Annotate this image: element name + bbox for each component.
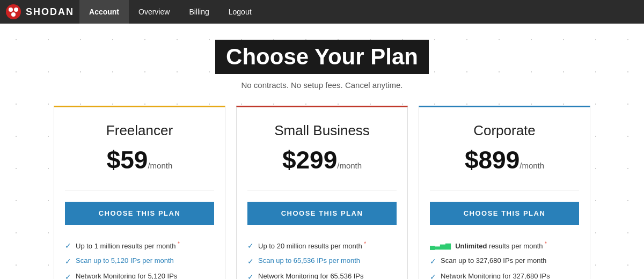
plan-smallbiz-price: $299/month [247,145,397,174]
plan-corporate-price: $899/month [430,145,579,174]
feature-freelancer-scan: ✓ Scan up to 5,120 IPs per month [65,253,214,269]
plan-corporate-divider [430,190,579,191]
feature-corporate-monitoring-text: Network Monitoring for 327,680 IPs [441,272,550,279]
smallbiz-choose-button[interactable]: CHOOSE THIS PLAN [247,202,397,225]
check-icon-6: ✓ [247,273,254,279]
feature-smallbiz-results-text: Up to 20 million results per month * [258,241,366,250]
svg-point-3 [11,12,16,17]
feature-corporate-scan-text: Scan up to 327,680 IPs per month [441,256,546,265]
feature-freelancer-scan-text: Scan up to 5,120 IPs per month [76,256,174,265]
page-title-area: Choose Your Plan No contracts. No setup … [0,40,644,90]
plan-freelancer-period: /month [148,161,172,170]
feature-smallbiz-results: ✓ Up to 20 million results per month * [247,238,397,253]
svg-point-0 [6,4,21,19]
feature-corporate-results: ▄▃▅▆ Unlimited results per month * [430,238,579,253]
plan-freelancer-header: Freelancer $59/month [54,107,225,185]
check-icon-2: ✓ [65,257,71,266]
feature-smallbiz-monitoring-text: Network Monitoring for 65,536 IPs [258,272,364,279]
feature-freelancer-monitoring-text: Network Monitoring for 5,120 IPs [76,272,177,279]
plan-card-corporate: Corporate $899/month CHOOSE THIS PLAN ▄▃… [419,106,590,279]
feature-corporate-monitoring: ✓ Network Monitoring for 327,680 IPs [430,269,579,279]
navbar: SHODAN Account Overview Billing Logout [0,0,644,24]
feature-corporate-scan: ✓ Scan up to 327,680 IPs per month [430,253,579,269]
shodan-logo-icon [5,4,21,20]
check-icon-1: ✓ [65,241,71,250]
check-icon-8: ✓ [430,273,436,279]
plan-smallbiz-amount: $299 [282,146,337,174]
plan-freelancer-price: $59/month [65,145,214,174]
feature-smallbiz-scan: ✓ Scan up to 65,536 IPs per month [247,253,397,269]
brand-name: SHODAN [26,6,74,18]
nav-logout[interactable]: Logout [219,0,261,24]
plans-container: Freelancer $59/month CHOOSE THIS PLAN ✓ … [27,95,617,279]
page-subtitle: No contracts. No setup fees. Cancel anyt… [0,80,644,90]
feature-smallbiz-scan-text: Scan up to 65,536 IPs per month [258,256,360,265]
plan-freelancer-cta-area: CHOOSE THIS PLAN [54,196,225,233]
plan-corporate-name: Corporate [430,122,579,139]
plan-card-freelancer: Freelancer $59/month CHOOSE THIS PLAN ✓ … [54,106,225,279]
nav-overview[interactable]: Overview [129,0,179,24]
feature-smallbiz-monitoring: ✓ Network Monitoring for 65,536 IPs [247,269,397,279]
check-icon-3: ✓ [65,273,71,279]
freelancer-choose-button[interactable]: CHOOSE THIS PLAN [65,202,214,225]
nav-links: Account Overview Billing Logout [79,0,261,24]
plan-freelancer-name: Freelancer [65,122,214,139]
plan-freelancer-features: ✓ Up to 1 million results per month * ✓ … [54,233,225,279]
plan-card-small-business: Small Business $299/month CHOOSE THIS PL… [236,106,408,279]
freelancer-scan-link[interactable]: Scan up to 5,120 IPs per month [76,256,174,265]
svg-point-1 [9,8,13,12]
corporate-choose-button[interactable]: CHOOSE THIS PLAN [430,202,579,225]
bar-chart-icon: ▄▃▅▆ [430,241,451,249]
plan-corporate-cta-area: CHOOSE THIS PLAN [419,196,590,233]
feature-freelancer-results: ✓ Up to 1 million results per month * [65,238,214,253]
plan-freelancer-divider [65,190,214,191]
plan-corporate-header: Corporate $899/month [419,107,590,185]
smallbiz-scan-link[interactable]: Scan up to 65,536 IPs per month [258,256,360,265]
plan-smallbiz-name: Small Business [247,122,397,139]
plan-corporate-features: ▄▃▅▆ Unlimited results per month * ✓ Sca… [419,233,590,279]
plan-corporate-period: /month [519,161,544,170]
page-title: Choose Your Plan [215,40,429,74]
feature-freelancer-monitoring: ✓ Network Monitoring for 5,120 IPs [65,269,214,279]
plan-smallbiz-features: ✓ Up to 20 million results per month * ✓… [237,233,407,279]
check-icon-7: ✓ [430,257,436,266]
feature-freelancer-results-text: Up to 1 million results per month * [76,241,180,250]
plan-freelancer-amount: $59 [107,146,148,174]
check-icon-4: ✓ [247,241,254,250]
plan-corporate-amount: $899 [465,146,519,174]
plan-smallbiz-header: Small Business $299/month [237,107,407,185]
plan-smallbiz-cta-area: CHOOSE THIS PLAN [237,196,407,233]
logo: SHODAN [5,4,74,20]
plan-smallbiz-divider [247,190,397,191]
svg-point-2 [14,8,18,12]
page-content: Choose Your Plan No contracts. No setup … [0,24,644,279]
plan-smallbiz-period: /month [337,161,362,170]
feature-corporate-results-text: Unlimited results per month * [455,241,547,250]
nav-billing[interactable]: Billing [179,0,218,24]
check-icon-5: ✓ [247,257,254,266]
nav-account[interactable]: Account [79,0,129,24]
